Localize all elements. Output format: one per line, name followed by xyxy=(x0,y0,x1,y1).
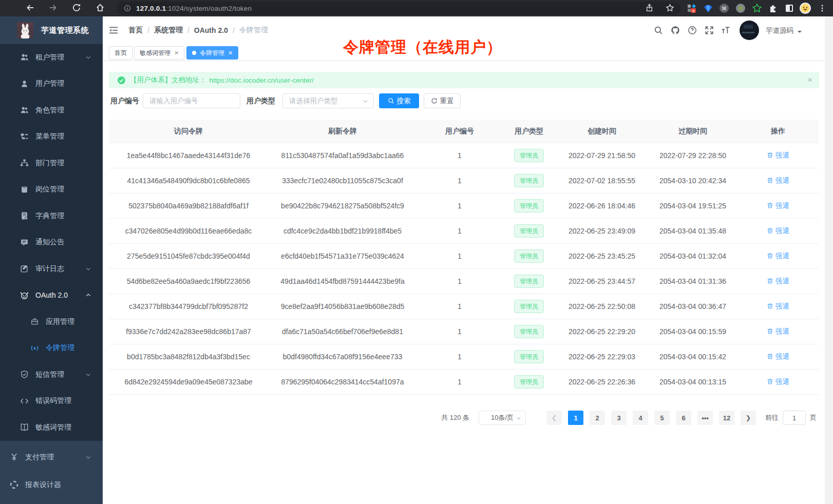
tab-敏感词管理[interactable]: 敏感词管理✕ xyxy=(134,46,184,60)
table-row-4: 275e5de9151045fe87cbdc395e004f4de6cfd40e… xyxy=(109,244,819,269)
tab-close-icon[interactable]: ✕ xyxy=(174,50,179,56)
page-button-6[interactable]: 6 xyxy=(676,411,691,425)
page-button-12[interactable]: 12 xyxy=(719,411,734,425)
user-id-input[interactable]: 请输入用户编号 xyxy=(143,93,240,108)
page-button-5[interactable]: 5 xyxy=(654,411,670,425)
breadcrumb-item-首页[interactable]: 首页 xyxy=(128,26,143,35)
sidebar-item-label: 敏感词管理 xyxy=(35,423,71,432)
extension-cmd-icon[interactable]: ⌘ xyxy=(719,3,729,13)
github-icon[interactable] xyxy=(671,26,680,35)
breadcrumb-item-OAuth 2.0[interactable]: OAuth 2.0 xyxy=(194,26,228,34)
page-scrollbar[interactable] xyxy=(825,16,833,504)
collapse-menu-icon[interactable] xyxy=(108,25,119,35)
user-name[interactable]: 芋道源码 xyxy=(766,16,793,44)
sidebar-item-label: 应用管理 xyxy=(46,317,74,326)
breadcrumb-item-系统管理[interactable]: 系统管理 xyxy=(154,26,183,35)
search-button[interactable]: 搜索 xyxy=(379,93,419,108)
reading-mode-icon[interactable] xyxy=(784,3,794,13)
sidebar-item-报表设计器[interactable]: 报表设计器 xyxy=(0,471,103,499)
extension-gem-icon[interactable] xyxy=(703,3,713,13)
cell-create-time: 2022-06-25 23:49:09 xyxy=(556,227,648,235)
app-logo[interactable]: 芋道管理系统 xyxy=(0,16,103,44)
font-size-icon[interactable] xyxy=(721,26,731,35)
force-logout-button[interactable]: 强退 xyxy=(767,327,789,336)
user-type-badge: 管理员 xyxy=(514,375,544,389)
force-logout-button[interactable]: 强退 xyxy=(767,151,789,160)
tab-令牌管理[interactable]: 令牌管理✕ xyxy=(186,46,238,60)
force-logout-button[interactable]: 强退 xyxy=(767,302,789,311)
user-type-select[interactable]: 请选择用户类型 xyxy=(282,93,374,108)
browser-forward-icon[interactable] xyxy=(48,3,59,13)
browser-reload-icon[interactable] xyxy=(72,3,82,13)
cell-refresh-token: b0df4980ffd34c67a08f9156e4eee733 xyxy=(268,353,417,361)
browser-back-icon[interactable] xyxy=(26,3,36,13)
force-logout-button[interactable]: 强退 xyxy=(767,251,789,261)
token-table: 访问令牌刷新令牌用户编号用户类型创建时间过期时间操作 1ea5e44f8bc14… xyxy=(109,120,819,395)
goto-page-input[interactable]: 1 xyxy=(783,411,806,425)
browser-home-icon[interactable] xyxy=(96,3,106,13)
user-caret-icon xyxy=(797,29,802,34)
page-button-4[interactable]: 4 xyxy=(633,411,648,425)
user-type-badge: 管理员 xyxy=(514,300,544,313)
browser-menu-icon[interactable] xyxy=(819,3,826,13)
sidebar-item-OAuth 2.0[interactable]: OAuth 2.0 xyxy=(0,282,103,309)
user-avatar[interactable] xyxy=(740,21,759,40)
force-logout-button[interactable]: 强退 xyxy=(767,176,789,185)
extension-devtool-icon[interactable]: 9 xyxy=(687,3,697,13)
sidebar-item-通知公告[interactable]: 通知公告 xyxy=(0,229,103,256)
sidebar-item-租户管理[interactable]: 租户管理 xyxy=(0,44,103,71)
tab-label: 首页 xyxy=(115,49,127,57)
sidebar-item-菜单管理[interactable]: 菜单管理 xyxy=(0,124,103,150)
share-icon[interactable] xyxy=(645,4,654,13)
cell-access-token: b0d1785bc3a8482f812db4a3f3bd15ec xyxy=(109,353,268,361)
sidebar-item-用户管理[interactable]: 用户管理 xyxy=(0,71,103,98)
sidebar-item-应用管理[interactable]: 应用管理 xyxy=(0,308,103,335)
sidebar-item-敏感词管理[interactable]: 敏感词管理 xyxy=(0,414,103,441)
search-icon[interactable] xyxy=(654,26,664,35)
alert-close-icon[interactable]: ✕ xyxy=(807,77,812,83)
prev-page-button[interactable]: ❮ xyxy=(546,411,562,425)
sidebar-item-角色管理[interactable]: 角色管理 xyxy=(0,97,103,124)
page-button-3[interactable]: 3 xyxy=(611,411,627,425)
extension-star-icon[interactable] xyxy=(752,3,762,13)
report-icon xyxy=(9,480,18,489)
force-logout-button[interactable]: 强退 xyxy=(767,201,789,210)
force-logout-button[interactable]: 强退 xyxy=(767,352,789,361)
chevron-down-icon xyxy=(85,266,91,272)
sidebar-item-部门管理[interactable]: 部门管理 xyxy=(0,150,103,177)
fullscreen-icon[interactable] xyxy=(705,26,714,35)
extension-record-icon[interactable] xyxy=(735,3,746,13)
cell-action: 强退 xyxy=(737,201,819,211)
force-logout-button[interactable]: 强退 xyxy=(767,226,789,236)
sidebar-item-支付管理[interactable]: 支付管理 xyxy=(0,443,103,471)
sidebar-item-label: OAuth 2.0 xyxy=(35,291,68,299)
profile-avatar-icon[interactable] xyxy=(800,3,811,14)
site-info-icon[interactable] xyxy=(124,5,131,12)
next-page-button[interactable]: ❯ xyxy=(741,411,756,425)
sidebar-item-短信管理[interactable]: 短信管理 xyxy=(0,361,103,388)
alert-doc-link[interactable]: https://doc.iocoder.cn/user-center/ xyxy=(210,76,314,84)
sidebar-item-令牌管理[interactable]: A令牌管理 xyxy=(0,335,103,362)
tab-首页[interactable]: 首页 xyxy=(109,46,132,60)
help-icon[interactable] xyxy=(688,26,697,35)
sidebar-item-岗位管理[interactable]: 岗位管理 xyxy=(0,177,103,203)
sidebar-item-字典管理[interactable]: 字典管理 xyxy=(0,203,103,229)
cell-refresh-token: dfa6c71a50a54c66bef706ef9e6e8d81 xyxy=(268,327,417,336)
address-bar[interactable]: 127.0.0.1:1024/system/oauth2/token xyxy=(117,2,680,15)
sidebar-item-审计日志[interactable]: 审计日志 xyxy=(0,256,103,282)
bookmark-star-icon[interactable] xyxy=(666,4,675,13)
page-button-•••[interactable]: ••• xyxy=(697,411,713,425)
tab-close-icon[interactable]: ✕ xyxy=(228,50,233,56)
cell-expire-time: 2054-03-04 00:15:59 xyxy=(648,327,737,336)
page-size-select[interactable]: 10条/页 xyxy=(479,411,526,425)
force-logout-button[interactable]: 强退 xyxy=(767,377,789,386)
page-button-2[interactable]: 2 xyxy=(590,411,605,425)
sidebar-item-错误码管理[interactable]: 错误码管理 xyxy=(0,388,103,415)
cell-user-type: 管理员 xyxy=(502,174,556,187)
sidebar-menu-bottom: 支付管理报表设计器 xyxy=(0,441,103,499)
force-logout-button[interactable]: 强退 xyxy=(767,277,789,286)
page-button-1[interactable]: 1 xyxy=(568,411,583,425)
cell-user-type: 管理员 xyxy=(502,300,556,313)
reset-button[interactable]: 重置 xyxy=(424,93,461,108)
extensions-puzzle-icon[interactable] xyxy=(768,3,779,13)
